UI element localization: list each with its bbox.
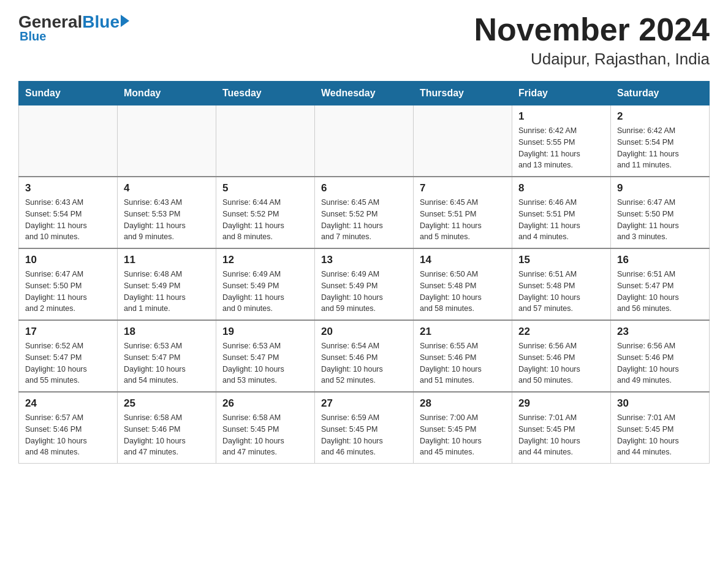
day-number: 22 — [518, 326, 604, 338]
calendar-cell: 21Sunrise: 6:55 AM Sunset: 5:46 PM Dayli… — [414, 320, 512, 392]
day-number: 10 — [25, 254, 111, 266]
day-info: Sunrise: 6:47 AM Sunset: 5:50 PM Dayligh… — [617, 197, 703, 243]
day-info: Sunrise: 6:49 AM Sunset: 5:49 PM Dayligh… — [321, 269, 407, 315]
calendar-day-header: Thursday — [414, 82, 512, 105]
day-info: Sunrise: 6:51 AM Sunset: 5:47 PM Dayligh… — [617, 269, 703, 315]
day-info: Sunrise: 6:45 AM Sunset: 5:52 PM Dayligh… — [321, 197, 407, 243]
day-info: Sunrise: 6:47 AM Sunset: 5:50 PM Dayligh… — [25, 269, 111, 315]
calendar-day-header: Wednesday — [315, 82, 414, 105]
day-info: Sunrise: 6:57 AM Sunset: 5:46 PM Dayligh… — [25, 412, 111, 458]
day-number: 9 — [617, 182, 703, 194]
calendar-cell — [216, 105, 315, 177]
calendar-cell: 8Sunrise: 6:46 AM Sunset: 5:51 PM Daylig… — [512, 177, 611, 248]
calendar-day-header: Saturday — [611, 82, 710, 105]
calendar-cell: 17Sunrise: 6:52 AM Sunset: 5:47 PM Dayli… — [19, 320, 118, 392]
day-info: Sunrise: 6:43 AM Sunset: 5:54 PM Dayligh… — [25, 197, 111, 243]
day-number: 7 — [420, 182, 506, 194]
day-info: Sunrise: 6:56 AM Sunset: 5:46 PM Dayligh… — [617, 340, 703, 386]
calendar-cell: 24Sunrise: 6:57 AM Sunset: 5:46 PM Dayli… — [19, 392, 118, 464]
day-number: 3 — [25, 182, 111, 194]
day-info: Sunrise: 6:58 AM Sunset: 5:46 PM Dayligh… — [124, 412, 210, 458]
calendar-cell: 7Sunrise: 6:45 AM Sunset: 5:51 PM Daylig… — [414, 177, 512, 248]
day-info: Sunrise: 6:48 AM Sunset: 5:49 PM Dayligh… — [124, 269, 210, 315]
day-info: Sunrise: 6:51 AM Sunset: 5:48 PM Dayligh… — [518, 269, 604, 315]
calendar-cell: 25Sunrise: 6:58 AM Sunset: 5:46 PM Dayli… — [118, 392, 216, 464]
day-number: 4 — [124, 182, 210, 194]
day-number: 26 — [222, 397, 308, 410]
day-number: 14 — [420, 254, 506, 266]
calendar-cell: 19Sunrise: 6:53 AM Sunset: 5:47 PM Dayli… — [216, 320, 315, 392]
day-info: Sunrise: 7:00 AM Sunset: 5:45 PM Dayligh… — [420, 412, 506, 458]
day-info: Sunrise: 6:42 AM Sunset: 5:54 PM Dayligh… — [617, 125, 703, 171]
calendar-day-header: Tuesday — [216, 82, 315, 105]
day-number: 16 — [617, 254, 703, 266]
calendar-cell: 5Sunrise: 6:44 AM Sunset: 5:52 PM Daylig… — [216, 177, 315, 248]
calendar-table: SundayMondayTuesdayWednesdayThursdayFrid… — [18, 81, 710, 464]
calendar-week-row: 10Sunrise: 6:47 AM Sunset: 5:50 PM Dayli… — [19, 248, 710, 320]
calendar-cell — [19, 105, 118, 177]
day-info: Sunrise: 6:58 AM Sunset: 5:45 PM Dayligh… — [222, 412, 308, 458]
calendar-cell: 12Sunrise: 6:49 AM Sunset: 5:49 PM Dayli… — [216, 248, 315, 320]
calendar-week-row: 17Sunrise: 6:52 AM Sunset: 5:47 PM Dayli… — [19, 320, 710, 392]
logo-subtitle: Blue — [20, 29, 46, 44]
calendar-cell — [118, 105, 216, 177]
day-info: Sunrise: 6:49 AM Sunset: 5:49 PM Dayligh… — [222, 269, 308, 315]
calendar-cell — [414, 105, 512, 177]
calendar-week-row: 3Sunrise: 6:43 AM Sunset: 5:54 PM Daylig… — [19, 177, 710, 248]
calendar-cell: 3Sunrise: 6:43 AM Sunset: 5:54 PM Daylig… — [19, 177, 118, 248]
calendar-cell: 2Sunrise: 6:42 AM Sunset: 5:54 PM Daylig… — [611, 105, 710, 177]
day-number: 2 — [617, 110, 703, 123]
calendar-cell: 4Sunrise: 6:43 AM Sunset: 5:53 PM Daylig… — [118, 177, 216, 248]
calendar-cell: 9Sunrise: 6:47 AM Sunset: 5:50 PM Daylig… — [611, 177, 710, 248]
day-info: Sunrise: 6:42 AM Sunset: 5:55 PM Dayligh… — [518, 125, 604, 171]
day-info: Sunrise: 6:54 AM Sunset: 5:46 PM Dayligh… — [321, 340, 407, 386]
day-number: 12 — [222, 254, 308, 266]
day-number: 21 — [420, 326, 506, 338]
calendar-week-row: 1Sunrise: 6:42 AM Sunset: 5:55 PM Daylig… — [19, 105, 710, 177]
calendar-cell — [315, 105, 414, 177]
calendar-subtitle: Udaipur, Rajasthan, India — [474, 50, 710, 69]
day-number: 15 — [518, 254, 604, 266]
day-info: Sunrise: 6:46 AM Sunset: 5:51 PM Dayligh… — [518, 197, 604, 243]
calendar-cell: 11Sunrise: 6:48 AM Sunset: 5:49 PM Dayli… — [118, 248, 216, 320]
calendar-title: November 2024 — [474, 12, 710, 47]
calendar-cell: 6Sunrise: 6:45 AM Sunset: 5:52 PM Daylig… — [315, 177, 414, 248]
day-number: 20 — [321, 326, 407, 338]
calendar-cell: 26Sunrise: 6:58 AM Sunset: 5:45 PM Dayli… — [216, 392, 315, 464]
day-number: 18 — [124, 326, 210, 338]
day-number: 27 — [321, 397, 407, 410]
calendar-cell: 29Sunrise: 7:01 AM Sunset: 5:45 PM Dayli… — [512, 392, 611, 464]
page-header: General Blue Blue November 2024 Udaipur,… — [18, 12, 710, 69]
calendar-cell: 1Sunrise: 6:42 AM Sunset: 5:55 PM Daylig… — [512, 105, 611, 177]
day-info: Sunrise: 6:53 AM Sunset: 5:47 PM Dayligh… — [222, 340, 308, 386]
day-number: 11 — [124, 254, 210, 266]
calendar-day-header: Monday — [118, 82, 216, 105]
day-number: 29 — [518, 397, 604, 410]
logo-arrow-icon — [121, 15, 129, 27]
calendar-day-header: Friday — [512, 82, 611, 105]
day-info: Sunrise: 6:50 AM Sunset: 5:48 PM Dayligh… — [420, 269, 506, 315]
day-number: 6 — [321, 182, 407, 194]
day-number: 24 — [25, 397, 111, 410]
day-number: 8 — [518, 182, 604, 194]
calendar-cell: 30Sunrise: 7:01 AM Sunset: 5:45 PM Dayli… — [611, 392, 710, 464]
calendar-cell: 27Sunrise: 6:59 AM Sunset: 5:45 PM Dayli… — [315, 392, 414, 464]
day-info: Sunrise: 7:01 AM Sunset: 5:45 PM Dayligh… — [518, 412, 604, 458]
day-number: 13 — [321, 254, 407, 266]
calendar-cell: 20Sunrise: 6:54 AM Sunset: 5:46 PM Dayli… — [315, 320, 414, 392]
day-number: 25 — [124, 397, 210, 410]
day-info: Sunrise: 6:43 AM Sunset: 5:53 PM Dayligh… — [124, 197, 210, 243]
day-number: 30 — [617, 397, 703, 410]
calendar-cell: 14Sunrise: 6:50 AM Sunset: 5:48 PM Dayli… — [414, 248, 512, 320]
day-info: Sunrise: 6:45 AM Sunset: 5:51 PM Dayligh… — [420, 197, 506, 243]
calendar-cell: 28Sunrise: 7:00 AM Sunset: 5:45 PM Dayli… — [414, 392, 512, 464]
day-info: Sunrise: 6:59 AM Sunset: 5:45 PM Dayligh… — [321, 412, 407, 458]
calendar-cell: 18Sunrise: 6:53 AM Sunset: 5:47 PM Dayli… — [118, 320, 216, 392]
title-block: November 2024 Udaipur, Rajasthan, India — [474, 12, 710, 69]
calendar-week-row: 24Sunrise: 6:57 AM Sunset: 5:46 PM Dayli… — [19, 392, 710, 464]
logo-blue: Blue — [82, 12, 119, 32]
calendar-cell: 13Sunrise: 6:49 AM Sunset: 5:49 PM Dayli… — [315, 248, 414, 320]
calendar-cell: 16Sunrise: 6:51 AM Sunset: 5:47 PM Dayli… — [611, 248, 710, 320]
logo: General Blue Blue — [18, 12, 129, 44]
day-info: Sunrise: 6:53 AM Sunset: 5:47 PM Dayligh… — [124, 340, 210, 386]
